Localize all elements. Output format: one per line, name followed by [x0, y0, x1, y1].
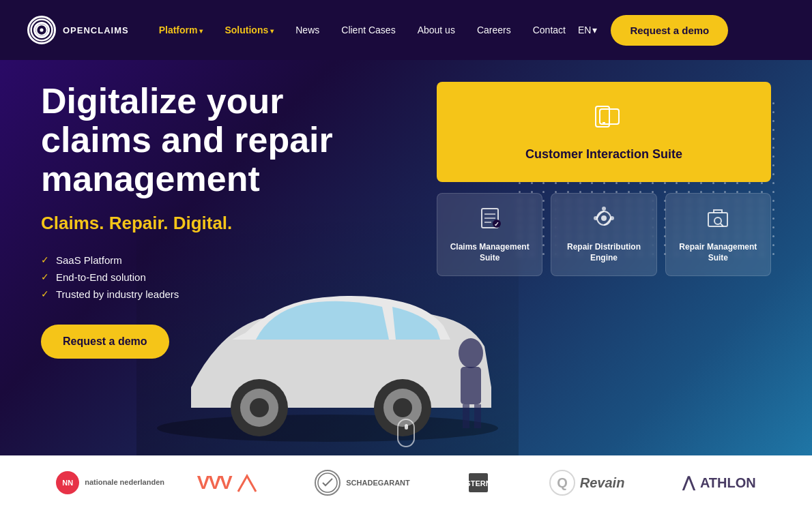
nn-logo-text: nationale nederlanden [85, 478, 139, 487]
athlon-wing-icon: ⋀ [682, 474, 695, 492]
chevron-down-icon: ▾ [199, 27, 203, 35]
nav-client-cases[interactable]: Client Cases [332, 19, 405, 41]
svg-text:Q: Q [557, 475, 568, 490]
athlon-text: ATHLON [700, 475, 756, 491]
repair-mgmt-icon [673, 206, 764, 235]
partner-nationale-nederlanden: NN nationale nederlanden [56, 471, 139, 494]
partners-bar: NN nationale nederlanden VVV SCHADEGARAN… [0, 455, 812, 510]
request-demo-button-nav[interactable]: Request a demo [611, 15, 728, 46]
repair-dist-icon [558, 206, 649, 235]
svg-point-24 [601, 215, 607, 221]
language-selector[interactable]: EN ▾ [578, 25, 597, 35]
sub-card-title: Repair Management Suite [673, 242, 764, 263]
partner-vvv: VVV [197, 472, 257, 494]
partner-schadegarant: SCHADEGARANT [315, 470, 410, 496]
schadegarant-text: SCHADEGARANT [346, 479, 410, 487]
nav-platform[interactable]: Platform ▾ [149, 19, 213, 41]
nav-about[interactable]: About us [408, 19, 465, 41]
svg-point-10 [459, 338, 483, 368]
check-trusted: ✓ Trusted by industry leaders [41, 288, 382, 300]
svg-point-29 [714, 217, 721, 224]
nav-careers[interactable]: Careers [467, 19, 521, 41]
svg-text:✓: ✓ [494, 221, 499, 228]
sub-card-title: Claims Management Suite [444, 242, 535, 263]
scroll-dot [405, 424, 408, 430]
nav-solutions[interactable]: Solutions ▾ [215, 19, 283, 41]
navbar: OPENCLAIMS Platform ▾ Solutions ▾ News C… [0, 0, 812, 60]
logo[interactable]: OPENCLAIMS [27, 16, 129, 44]
hero-subtitle: Claims. Repair. Digital. [41, 213, 382, 234]
cis-icon [450, 102, 757, 140]
hero-section: Digitalize your claims and repair manage… [0, 0, 812, 510]
hero-title: Digitalize your claims and repair manage… [41, 82, 382, 199]
hero-content: Digitalize your claims and repair manage… [41, 82, 382, 359]
svg-point-26 [610, 216, 614, 220]
svg-point-3 [157, 415, 498, 442]
partner-revain: Q Revain [547, 468, 625, 498]
repair-distribution-engine-card[interactable]: Repair Distribution Engine [551, 193, 656, 276]
svg-text:STERN: STERN [467, 479, 489, 487]
scroll-indicator [397, 419, 415, 447]
check-icon: ✓ [41, 254, 49, 265]
repair-management-suite-card[interactable]: Repair Management Suite [665, 193, 771, 276]
nn-logo-icon: NN [56, 471, 79, 494]
svg-point-27 [594, 216, 598, 220]
chevron-down-icon: ▾ [270, 27, 274, 35]
nav-links: Platform ▾ Solutions ▾ News Client Cases… [149, 15, 785, 46]
claims-icon: ✓ [444, 206, 535, 235]
svg-point-9 [393, 398, 412, 417]
svg-point-0 [31, 20, 53, 41]
cis-title: Customer Interaction Suite [450, 147, 757, 162]
svg-point-6 [250, 398, 269, 417]
check-icon: ✓ [41, 288, 49, 299]
logo-text: OPENCLAIMS [63, 25, 129, 35]
svg-rect-13 [474, 404, 481, 428]
claims-management-suite-card[interactable]: ✓ Claims Management Suite [437, 193, 542, 276]
sub-product-cards: ✓ Claims Management Suite [437, 193, 771, 276]
check-icon: ✓ [41, 271, 49, 282]
check-e2e: ✓ End-to-End solution [41, 271, 382, 283]
check-saas: ✓ SaaS Platform [41, 254, 382, 266]
sub-card-title: Repair Distribution Engine [558, 242, 649, 263]
product-panel: Customer Interaction Suite ✓ Claims Mana… [437, 82, 771, 276]
svg-rect-12 [463, 404, 469, 428]
chevron-down-icon: ▾ [592, 25, 597, 35]
svg-rect-11 [461, 367, 481, 404]
svg-point-25 [602, 207, 606, 211]
partner-athlon: ⋀ ATHLON [682, 474, 756, 492]
customer-interaction-suite-card[interactable]: Customer Interaction Suite [437, 82, 771, 182]
hero-checklist: ✓ SaaS Platform ✓ End-to-End solution ✓ … [41, 254, 382, 300]
svg-point-1 [36, 25, 46, 35]
nav-contact[interactable]: Contact [523, 19, 575, 41]
revain-text: Revain [580, 475, 625, 491]
nav-news[interactable]: News [286, 19, 329, 41]
request-demo-button-hero[interactable]: Request a demo [41, 325, 169, 359]
vvv-logo: VVV [197, 472, 231, 494]
schadegarant-icon [315, 470, 340, 496]
svg-point-2 [40, 28, 43, 31]
partner-stern: STERN [467, 472, 489, 494]
logo-icon [27, 16, 56, 44]
